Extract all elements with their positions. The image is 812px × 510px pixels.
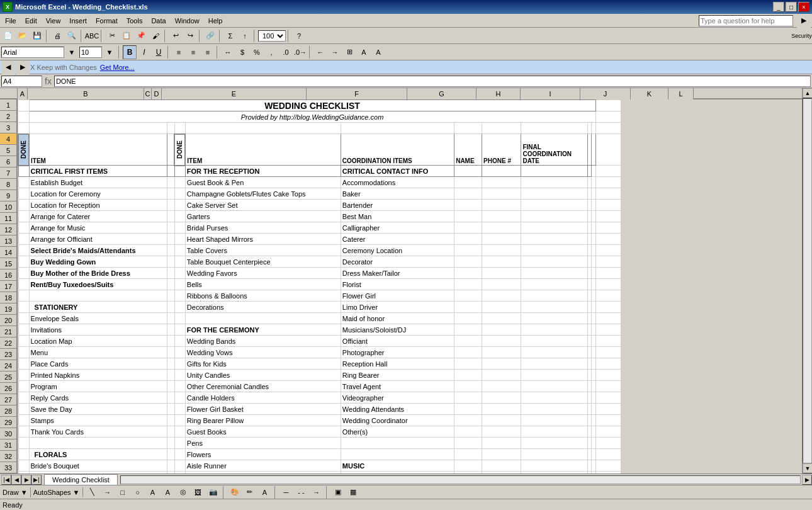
open-button[interactable]: 📂 — [16, 29, 30, 43]
cell-e17[interactable]: Decorations — [185, 302, 341, 313]
cell-c9[interactable] — [167, 211, 174, 222]
cell-l10[interactable] — [595, 222, 621, 234]
cell-i18[interactable] — [521, 313, 587, 324]
cell-e16[interactable]: Ribbons & Balloons — [185, 290, 341, 302]
cell-d28[interactable] — [174, 426, 185, 438]
cell-a16[interactable] — [18, 290, 29, 302]
cell-i6[interactable] — [521, 177, 587, 188]
cell-f10[interactable]: Calligrapher — [341, 222, 454, 234]
cell-b15[interactable]: Rent/Buy Tuxedoes/Suits — [29, 279, 167, 290]
cell-h19[interactable] — [482, 324, 521, 336]
cell-c5[interactable] — [167, 166, 174, 177]
dash-style-draw[interactable]: - - — [295, 485, 308, 499]
cell-b8[interactable]: Location for Reception — [29, 200, 167, 211]
cell-g29[interactable] — [454, 438, 482, 449]
row-22[interactable]: 22 — [0, 337, 16, 349]
font-size-dropdown-icon[interactable]: ▼ — [103, 45, 116, 59]
cell-a21[interactable] — [18, 347, 29, 358]
cell-d9[interactable] — [174, 211, 185, 222]
sheet-last-button[interactable]: ▶| — [31, 475, 42, 485]
cell-f6[interactable]: Accommodations — [341, 177, 454, 188]
row-31[interactable]: 31 — [0, 439, 16, 451]
cell-a6[interactable] — [18, 177, 29, 188]
cell-e30[interactable]: Flowers — [185, 449, 341, 460]
line-color-draw[interactable]: ✏ — [243, 485, 257, 499]
paste-button[interactable]: 📌 — [134, 29, 148, 43]
cell-a8[interactable] — [18, 200, 29, 211]
cell-f26[interactable]: Wedding Attendants — [341, 404, 454, 415]
row-26[interactable]: 26 — [0, 383, 16, 394]
cell-f28[interactable]: Other(s) — [341, 426, 454, 438]
cell-c30[interactable] — [167, 449, 174, 460]
cell-g3[interactable] — [454, 123, 482, 134]
formula-input[interactable] — [54, 76, 811, 87]
cell-l15[interactable] — [595, 279, 621, 290]
cell-a23[interactable] — [18, 370, 29, 381]
menu-tools[interactable]: Tools — [123, 16, 147, 26]
col-header-h[interactable]: H — [476, 88, 521, 99]
cell-d27[interactable] — [174, 415, 185, 426]
forward-icon[interactable]: ▶ — [16, 60, 30, 74]
cell-b14[interactable]: Buy Mother of the Bride Dress — [29, 268, 167, 279]
vertical-scrollbar[interactable]: ▲ ▼ — [802, 88, 812, 473]
currency-button[interactable]: $ — [235, 45, 249, 59]
cell-h28[interactable] — [482, 426, 521, 438]
cell-d7[interactable] — [174, 188, 185, 200]
cell-b31[interactable]: Bride's Bouquet — [29, 460, 167, 472]
cell-g8[interactable] — [454, 200, 482, 211]
cell-g10[interactable] — [454, 222, 482, 234]
cell-l31[interactable] — [595, 460, 621, 472]
cell-b1-title[interactable]: WEDDING CHECKLIST — [29, 100, 595, 111]
cell-b26[interactable]: Save the Day — [29, 404, 167, 415]
cell-c21[interactable] — [167, 347, 174, 358]
cell-i15[interactable] — [521, 279, 587, 290]
cell-i13[interactable] — [521, 256, 587, 268]
cell-h5[interactable] — [482, 166, 521, 177]
cell-i24[interactable] — [521, 381, 587, 392]
cell-h7[interactable] — [482, 188, 521, 200]
cell-g19[interactable] — [454, 324, 482, 336]
cell-l5[interactable] — [595, 166, 621, 177]
cell-a18[interactable] — [18, 313, 29, 324]
font-name-input[interactable] — [1, 47, 64, 58]
cell-g9[interactable] — [454, 211, 482, 222]
cell-c16[interactable] — [167, 290, 174, 302]
align-right-button[interactable]: ≡ — [201, 45, 215, 59]
cell-e7[interactable]: Champagne Goblets/Flutes Cake Tops — [185, 188, 341, 200]
cell-h17[interactable] — [482, 302, 521, 313]
row-3[interactable]: 3 — [0, 122, 16, 133]
cell-d8[interactable] — [174, 200, 185, 211]
underline-button[interactable]: U — [152, 45, 166, 59]
cell-c14[interactable] — [167, 268, 174, 279]
row-18[interactable]: 18 — [0, 292, 16, 303]
cell-d21[interactable] — [174, 347, 185, 358]
cell-i11[interactable] — [521, 234, 587, 245]
print-preview-button[interactable]: 🔍 — [65, 29, 79, 43]
align-left-button[interactable]: ≡ — [172, 45, 186, 59]
cell-a5[interactable] — [18, 166, 29, 177]
cell-g13[interactable] — [454, 256, 482, 268]
cell-b28[interactable]: Thank You Cards — [29, 426, 167, 438]
h-scroll-area[interactable]: ▶ — [119, 474, 812, 485]
cell-l29[interactable] — [595, 438, 621, 449]
cell-c25[interactable] — [167, 392, 174, 404]
cell-b19[interactable]: Invitations — [29, 324, 167, 336]
cell-h3[interactable] — [482, 123, 521, 134]
cell-l28[interactable] — [595, 426, 621, 438]
cell-e18[interactable] — [185, 313, 341, 324]
close-button[interactable]: × — [798, 2, 809, 12]
sheet-next-button[interactable]: ▶ — [21, 475, 31, 485]
cell-i8[interactable] — [521, 200, 587, 211]
security-button[interactable]: Security... — [797, 29, 811, 43]
row-11[interactable]: 11 — [0, 213, 16, 224]
cell-l16[interactable] — [595, 290, 621, 302]
cell-f5[interactable]: CRITICAL CONTACT INFO — [341, 166, 454, 177]
cell-h18[interactable] — [482, 313, 521, 324]
row-17[interactable]: 17 — [0, 281, 16, 292]
cell-d30[interactable] — [174, 449, 185, 460]
cell-b21[interactable]: Menu — [29, 347, 167, 358]
new-button[interactable]: 📄 — [1, 29, 15, 43]
cell-l11[interactable] — [595, 234, 621, 245]
cell-a27[interactable] — [18, 415, 29, 426]
row-28[interactable]: 28 — [0, 405, 16, 417]
